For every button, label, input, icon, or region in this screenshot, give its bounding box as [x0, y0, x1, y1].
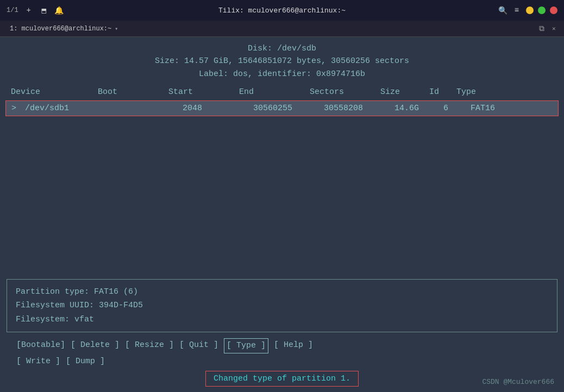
watermark: CSDN @Mculover666: [482, 377, 554, 388]
row-type: FAT16: [471, 102, 525, 115]
row-device: /dev/sdb1: [25, 102, 112, 115]
label-line: Label: dos, identifier: 0x8974716b: [0, 68, 564, 80]
col-header-end: End: [239, 86, 310, 98]
col-header-start: Start: [168, 86, 239, 98]
btn-write[interactable]: [ Write ]: [16, 355, 60, 369]
action-bar: [Bootable] [ Delete ] [ Resize ] [ Quit …: [0, 338, 564, 368]
row-end: 30560255: [253, 102, 324, 115]
row-arrow: >: [11, 102, 25, 115]
table-header: Device Boot Start End Sectors Size Id Ty…: [0, 84, 564, 100]
new-tab-icon[interactable]: +: [24, 5, 34, 15]
row-start: 2048: [183, 102, 253, 115]
terminal: Disk: /dev/sdb Size: 14.57 GiB, 15646851…: [0, 37, 564, 392]
partition-row[interactable]: > /dev/sdb1 2048 30560255 30558208 14.6G…: [5, 100, 559, 116]
window-title: Tilix: mculover666@archlinux:~: [218, 7, 346, 15]
btn-dump[interactable]: [ Dump ]: [66, 355, 105, 369]
btn-bootable[interactable]: [Bootable]: [16, 338, 65, 353]
notify-icon[interactable]: 🔔: [54, 5, 64, 15]
detach-icon[interactable]: ⬒: [39, 5, 49, 15]
btn-help[interactable]: [ Help ]: [274, 338, 313, 353]
maximize-button[interactable]: [538, 7, 546, 14]
tab-chevron-icon[interactable]: ▾: [115, 26, 118, 32]
info-box: Partition type: FAT16 (6) Filesystem UUI…: [7, 279, 557, 333]
row-sectors: 30558208: [324, 102, 394, 115]
btn-quit[interactable]: [ Quit ]: [179, 338, 218, 353]
row-id: 6: [443, 102, 471, 115]
btn-delete[interactable]: [ Delete ]: [71, 338, 120, 353]
titlebar: 1/1 + ⬒ 🔔 Tilix: mculover666@archlinux:~…: [0, 0, 564, 21]
row-size: 14.6G: [394, 102, 443, 115]
col-header-sectors: Sectors: [310, 86, 380, 98]
info-filesystem: Filesystem: vfat: [16, 313, 548, 327]
tab-close-icon[interactable]: ✕: [552, 25, 560, 33]
col-header-id: Id: [429, 86, 456, 98]
titlebar-left: 1/1 + ⬒ 🔔: [7, 5, 64, 15]
tab-item[interactable]: 1: mculover666@archlinux:~ ▾: [4, 23, 123, 35]
tab-label: 1: mculover666@archlinux:~: [10, 25, 111, 33]
disk-line: Disk: /dev/sdb: [0, 42, 564, 55]
btn-resize[interactable]: [ Resize ]: [125, 338, 174, 353]
tabbar: 1: mculover666@archlinux:~ ▾ ⧉ ✕: [0, 21, 564, 37]
minimize-button[interactable]: [526, 7, 534, 14]
titlebar-right: 🔍 ≡: [498, 5, 557, 15]
col-header-type: Type: [456, 86, 511, 98]
changed-notice: Changed type of partition 1.: [205, 371, 359, 387]
menu-icon[interactable]: ≡: [512, 5, 522, 15]
close-button[interactable]: [550, 7, 557, 14]
tab-indicator: 1/1: [7, 7, 18, 14]
btn-type[interactable]: [ Type ]: [224, 338, 268, 353]
restore-icon[interactable]: ⧉: [536, 24, 548, 33]
search-icon[interactable]: 🔍: [498, 5, 507, 15]
col-header-size: Size: [380, 86, 429, 98]
info-partition-type: Partition type: FAT16 (6): [16, 285, 548, 299]
col-header-boot: Boot: [98, 86, 168, 98]
info-filesystem-uuid: Filesystem UUID: 394D-F4D5: [16, 299, 548, 313]
col-header-device: Device: [11, 86, 98, 98]
size-line: Size: 14.57 GiB, 15646851072 bytes, 3056…: [0, 55, 564, 67]
